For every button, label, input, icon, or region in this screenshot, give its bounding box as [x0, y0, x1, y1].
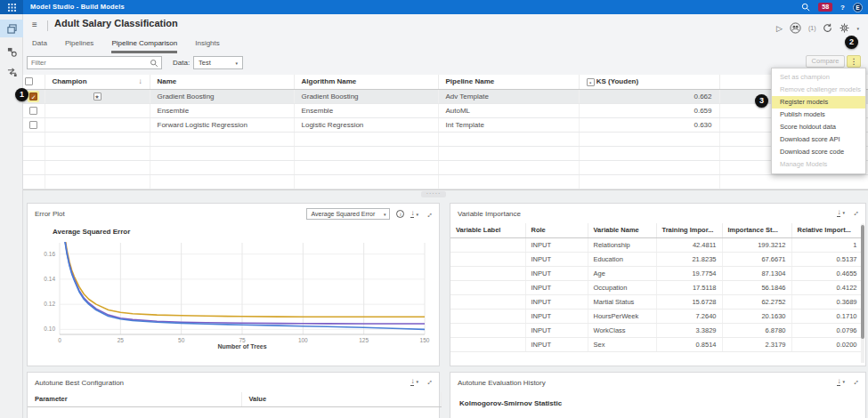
download-caret-icon[interactable]: ▾	[416, 379, 418, 384]
vi-cell: INPUT	[525, 294, 588, 309]
col-importance-std[interactable]: Importance St...	[722, 223, 791, 237]
expand-icon[interactable]: ↔	[849, 375, 861, 387]
panel-resize-grip[interactable]: ·····	[421, 191, 446, 197]
data-partition-label: Data:	[173, 59, 190, 67]
row-checkbox-checked[interactable]: ✓	[29, 92, 37, 100]
sidebar-item-pipelines[interactable]	[0, 20, 23, 37]
user-avatar[interactable]: E	[853, 3, 863, 12]
metric-select[interactable]: Average Squared Error ▾	[306, 208, 390, 220]
info-icon[interactable]: i	[396, 210, 404, 218]
project-menu-icon[interactable]: ≡	[32, 20, 37, 29]
refresh-icon[interactable]	[823, 23, 832, 33]
menu-item-manage-models[interactable]: Manage Models	[772, 158, 865, 171]
menu-item-download-score-api[interactable]: Download score API	[772, 133, 865, 146]
vi-row[interactable]: INPUTEducation21.823567.66710.5137	[450, 252, 863, 266]
col-variable-name[interactable]: Variable Name	[588, 223, 656, 237]
vi-cell: WorkClass	[588, 323, 656, 337]
download-icon[interactable]: ↓	[837, 378, 840, 386]
filter-search-icon[interactable]	[150, 59, 158, 68]
sort-descending-icon[interactable]: ↓	[139, 77, 142, 85]
vi-row[interactable]: INPUTHoursPerWeek7.264020.16300.1710	[450, 309, 863, 323]
filter-field	[27, 56, 162, 69]
menu-item-set-as-champion[interactable]: Set as champion	[772, 71, 865, 84]
scrollbar-thumb[interactable]	[861, 225, 864, 339]
run-pipeline-icon[interactable]: ▷	[776, 24, 783, 33]
tab-insights[interactable]: Insights	[195, 39, 220, 53]
data-partition-select[interactable]: Test ▾	[193, 56, 243, 69]
app-launcher-button[interactable]	[0, 0, 23, 14]
col-champion[interactable]: Champion	[53, 77, 87, 85]
expand-icon[interactable]: ↔	[423, 208, 434, 220]
cell-algorithm: Gradient Boosting	[294, 89, 438, 103]
cell-pipeline: AutoML	[438, 103, 579, 117]
download-icon[interactable]: ↓	[410, 378, 414, 386]
vi-row[interactable]: INPUTRelationship42.4811199.32121	[450, 237, 863, 252]
scrollbar-track[interactable]	[861, 224, 864, 363]
select-all-checkbox[interactable]	[25, 77, 33, 85]
download-caret-icon[interactable]: ▾	[842, 210, 845, 215]
vi-row[interactable]: INPUTMartial Status15.672862.27520.3689	[450, 294, 863, 309]
expand-icon[interactable]: ↔	[423, 375, 434, 387]
vi-row[interactable]: INPUTOccupation17.511856.18460.4122	[450, 280, 863, 294]
vi-cell: 3.3829	[656, 323, 722, 337]
gear-icon[interactable]	[840, 23, 849, 33]
download-caret-icon[interactable]: ▾	[842, 379, 845, 384]
menu-item-score-holdout-data[interactable]: Score holdout data	[772, 121, 865, 133]
vi-row[interactable]: INPUTSex0.85142.31790.0200	[450, 337, 863, 351]
download-icon[interactable]: ↓	[410, 210, 414, 218]
empty-row	[23, 174, 868, 189]
svg-text:125: 125	[359, 337, 369, 343]
menu-item-publish-models[interactable]: Publish models	[772, 109, 865, 121]
vi-cell	[450, 237, 525, 252]
col-ks[interactable]: KS (Youden)	[596, 77, 638, 85]
app-grid-icon	[8, 4, 16, 12]
empty-row	[23, 146, 868, 160]
col-name[interactable]: Name	[150, 75, 294, 89]
model-row-logistic-regression[interactable]: Forward Logistic Regression Logistic Reg…	[23, 117, 868, 132]
col-relative-importance[interactable]: Relative Import...	[791, 223, 863, 237]
tab-pipelines[interactable]: Pipelines	[65, 39, 93, 53]
table-kebab-menu-button[interactable]: ⋮	[847, 55, 861, 68]
vi-cell: Age	[588, 266, 656, 280]
vi-row[interactable]: INPUTWorkClass3.38296.87800.0796	[450, 323, 863, 337]
compare-button[interactable]: Compare	[806, 55, 845, 68]
col-algorithm[interactable]: Algorithm Name	[294, 75, 438, 89]
sidebar-item-exchange[interactable]	[0, 62, 23, 80]
col-parameter[interactable]: Parameter	[28, 392, 241, 406]
notification-badge[interactable]: 58	[818, 3, 832, 12]
menu-item-download-score-code[interactable]: Download score code	[772, 146, 865, 158]
annotation-step-1: 1	[15, 88, 28, 101]
svg-text:25: 25	[118, 337, 125, 343]
collaborators-icon[interactable]	[790, 22, 801, 34]
filter-input[interactable]	[28, 59, 150, 67]
menu-item-register-models[interactable]: Register models	[772, 96, 865, 109]
search-icon[interactable]	[801, 3, 810, 12]
gear-caret-icon[interactable]: ▾	[856, 26, 859, 31]
vi-cell: 20.1630	[722, 309, 791, 323]
row-checkbox[interactable]	[29, 121, 37, 129]
menu-item-remove-challenger-models[interactable]: Remove challenger models	[772, 84, 865, 96]
page-title: Adult Salary Classification	[54, 18, 178, 28]
help-button[interactable]: ?	[840, 4, 845, 12]
col-variable-label[interactable]: Variable Label	[450, 223, 525, 237]
svg-text:50: 50	[178, 337, 185, 343]
expand-icon[interactable]: ↔	[849, 206, 861, 218]
sidebar-item-nodes[interactable]	[0, 43, 23, 60]
vi-cell: 15.6728	[656, 294, 722, 309]
tab-data[interactable]: Data	[32, 39, 47, 53]
col-role[interactable]: Role	[525, 223, 588, 237]
col-training-importance[interactable]: Training Impor...	[656, 223, 722, 237]
cell-pipeline: Int Template	[438, 117, 579, 132]
col-pipeline[interactable]: Pipeline Name	[438, 75, 579, 89]
col-value[interactable]: Value	[241, 392, 441, 406]
error-plot-chart[interactable]: 0.100.120.140.160255075100125150Number o…	[33, 239, 434, 350]
title-divider	[47, 20, 48, 31]
vi-row[interactable]: INPUTAge19.775487.13040.4655	[450, 266, 863, 280]
model-row-gradient-boosting[interactable]: ✓ ★ Gradient Boosting Gradient Boosting …	[23, 89, 868, 103]
tab-pipeline-comparison[interactable]: Pipeline Comparison	[111, 39, 177, 53]
model-row-ensemble[interactable]: Ensemble Ensemble AutoML 0.659	[23, 103, 868, 117]
download-caret-icon[interactable]: ▾	[416, 212, 418, 217]
row-checkbox[interactable]	[29, 107, 37, 115]
download-icon[interactable]: ↓	[837, 209, 840, 217]
autotune-best-configuration-panel: Autotune Best Configuration ↓▾ ↔ Paramet…	[27, 372, 440, 418]
